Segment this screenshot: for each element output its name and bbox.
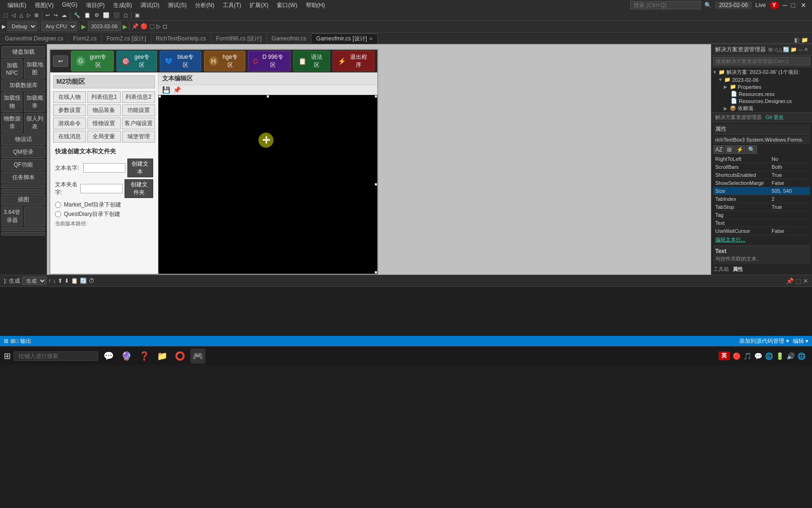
toolbar-btn-5[interactable]: ⊞	[33, 12, 40, 18]
tab-form996-design[interactable]: Form996.cs [设计]	[211, 33, 266, 44]
menu-view[interactable]: 视图(V)	[31, 0, 57, 10]
play-btn[interactable]: ▶	[81, 23, 86, 30]
sidebar-program[interactable]	[1, 227, 45, 231]
m2-monster-settings[interactable]: 怪物设置	[87, 118, 120, 129]
sidebar-npc-talk[interactable]: 物说话	[1, 134, 45, 145]
m2-global-var[interactable]: 全局变量	[87, 131, 120, 143]
nav-exit-btn[interactable]: ⚡ 退出程序	[333, 51, 375, 71]
tab-richtextbox[interactable]: RichTextBoxHelp.cs	[151, 33, 211, 44]
toolbar-btn-15[interactable]: ▣	[133, 12, 141, 18]
sidebar-toolbox[interactable]: 插图	[1, 194, 45, 206]
sidebar-qf-func[interactable]: QF功能	[1, 159, 45, 171]
taskbar-start-btn[interactable]: ⊞	[4, 351, 11, 361]
tree-properties[interactable]: ▶ 📁 Properties	[712, 83, 811, 90]
props-icon-az[interactable]: AZ	[713, 145, 724, 154]
m2-castle-mgmt[interactable]: 城堡管理	[122, 131, 155, 143]
menu-debug[interactable]: 调试(D)	[137, 0, 164, 10]
toolbar-btn-7[interactable]: ↪	[52, 12, 59, 18]
se-icon-btn-6[interactable]: —	[798, 47, 803, 53]
text-editor-pin-icon[interactable]: 📌	[173, 86, 181, 94]
toolbar-run-icon[interactable]: ▶	[2, 24, 6, 30]
props-properties-link[interactable]: 属性	[733, 266, 743, 273]
status-edit-btn[interactable]: 编辑 ▾	[793, 337, 808, 345]
tab-form2[interactable]: Form2.cs	[69, 33, 102, 44]
nav-996-btn[interactable]: D D 996专区	[248, 51, 290, 71]
toolbar-icon-d[interactable]: ▷	[156, 23, 161, 30]
debug-config-select[interactable]: Debug	[8, 22, 37, 31]
se-search-input[interactable]	[713, 57, 810, 65]
se-icon-btn-3[interactable]: △	[778, 47, 782, 53]
text-editor-body[interactable]: ✛	[158, 95, 377, 274]
sidebar-load-monster[interactable]: 加载怪物	[1, 92, 23, 112]
tab-form2-design[interactable]: Form2.cs [设计]	[102, 33, 151, 44]
minimize-btn[interactable]: ─	[783, 1, 788, 9]
taskbar-sys-3[interactable]: 💬	[754, 352, 762, 360]
status-git-icon[interactable]: ⊞	[4, 338, 8, 344]
nav-hge-btn[interactable]: H hge专区	[204, 51, 245, 71]
sidebar-load-rate[interactable]: 加载概率	[24, 92, 45, 112]
close-btn[interactable]: ✕	[799, 1, 808, 9]
tab-gameofmir-designer[interactable]: Gameofmir.Designer.cs	[0, 33, 69, 44]
bottom-expand-btn[interactable]: ⬚	[796, 278, 801, 285]
toolbar-btn-6[interactable]: ↩	[44, 12, 51, 18]
nav-gom-btn[interactable]: G gom专区	[71, 51, 114, 71]
menu-window[interactable]: 窗口(W)	[273, 0, 301, 10]
toolbar-icon-b[interactable]: 🔴	[141, 23, 148, 30]
nav-gee-btn[interactable]: 🎯 gee专区	[117, 51, 156, 71]
bottom-pin-btn[interactable]: 📌	[786, 278, 794, 285]
toolbar-btn-11[interactable]: ⚙	[93, 12, 101, 18]
bottom-icon-5[interactable]: 📋	[71, 278, 78, 284]
m2-list-info2[interactable]: 列表信息2	[122, 91, 155, 103]
split-view-btn[interactable]: ◧	[794, 37, 799, 43]
taskbar-icon-game[interactable]: 🎮	[190, 349, 205, 364]
menu-extend[interactable]: 扩展(X)	[246, 0, 272, 10]
text-name-input[interactable]	[83, 163, 125, 173]
toolbar-btn-13[interactable]: ⬛	[112, 12, 121, 18]
taskbar-icon-folder[interactable]: 📁	[155, 349, 170, 364]
m2-param-settings[interactable]: 参数设置	[53, 104, 86, 116]
date-btn[interactable]: 2023-02-06	[88, 22, 121, 31]
create-text-btn[interactable]: 创建文本	[127, 159, 153, 177]
status-output-btn[interactable]: ⊞□ 输出	[10, 337, 31, 345]
create-folder-btn[interactable]: 创建文件夹	[125, 179, 153, 198]
toolbar-btn-14[interactable]: ◻	[122, 12, 129, 18]
title-search-input[interactable]	[630, 1, 701, 9]
se-icon-btn-2[interactable]: ◁	[773, 47, 777, 53]
se-icon-btn-5[interactable]: 📁	[790, 47, 797, 53]
sidebar-map-event[interactable]	[1, 189, 45, 193]
taskbar-sys-7[interactable]: 🌐	[797, 352, 805, 360]
tab-gameofmir-cs[interactable]: Gameofmir.cs	[267, 33, 312, 44]
taskbar-icon-chat[interactable]: 💬	[101, 349, 116, 364]
nav-back-btn[interactable]: ↩	[53, 56, 68, 67]
taskbar-sys-4[interactable]: 🌐	[765, 352, 773, 360]
toolbar-icon-c[interactable]: ⬚	[149, 23, 155, 30]
toolbar-icon-e[interactable]: ◻	[163, 23, 167, 30]
props-row-size[interactable]: Size 505, 540	[713, 187, 810, 195]
toolbar-icon-a[interactable]: 📌	[132, 23, 139, 30]
maximize-btn[interactable]: □	[791, 1, 795, 9]
m2-list-info1[interactable]: 列表信息1	[87, 91, 120, 103]
radio-market-def[interactable]	[55, 202, 61, 208]
solution-explorer-btn[interactable]: 📁	[801, 37, 808, 43]
taskbar-sys-1[interactable]: 🔴	[733, 352, 741, 360]
nav-grammar-btn[interactable]: 📋 语法区	[293, 51, 330, 71]
bottom-icon-3[interactable]: ⬆	[58, 278, 62, 284]
taskbar-sys-6[interactable]: 🔊	[787, 352, 795, 360]
nav-blue-btn[interactable]: 💙 blue专区	[160, 51, 201, 71]
bottom-icon-7[interactable]: ⏱	[89, 278, 94, 284]
move-cursor[interactable]: ✛	[258, 133, 273, 148]
sidebar-qm-login[interactable]: QM登录	[1, 146, 45, 158]
play2-btn[interactable]: ▶	[123, 23, 127, 30]
sidebar-load-db[interactable]: 加载数据库	[1, 79, 45, 91]
toolbar-btn-10[interactable]: 📋	[83, 12, 92, 18]
taskbar-icon-record[interactable]: ⭕	[172, 349, 187, 364]
menu-test[interactable]: 测试(S)	[164, 0, 190, 10]
taskbar-sys-2[interactable]: 🎵	[743, 352, 751, 360]
toolbar-btn-12[interactable]: ⬜	[102, 12, 111, 18]
radio-quest-diary[interactable]	[55, 211, 61, 217]
menu-analyze[interactable]: 分析(N)	[191, 0, 218, 10]
status-add-source-btn[interactable]: 添加到源代码管理 ▾	[739, 337, 789, 345]
tree-resources-resx[interactable]: 📄 Resources.resx	[712, 90, 811, 97]
taskbar-icon-help[interactable]: ❓	[137, 349, 152, 364]
props-toolbox-link[interactable]: 工具箱	[713, 266, 729, 273]
